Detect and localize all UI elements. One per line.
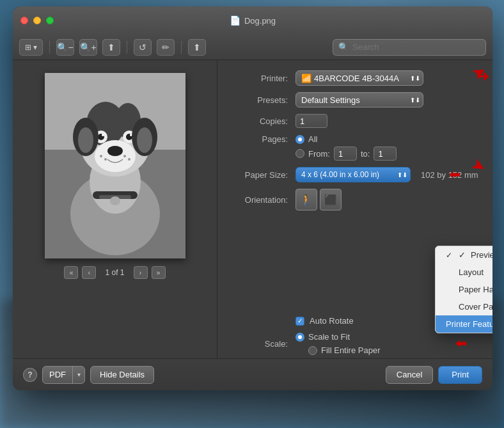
auto-rotate-checkbox-row: ✓ Auto Rotate bbox=[295, 316, 354, 326]
presets-row: Presets: Default Settings ⬆⬇ bbox=[230, 92, 480, 107]
presets-select-wrapper: Default Settings ⬆⬇ bbox=[295, 92, 480, 107]
fit-button[interactable]: ⬆ bbox=[102, 39, 120, 56]
pages-from-radio[interactable] bbox=[295, 149, 304, 158]
dropdown-item-layout[interactable]: Layout bbox=[436, 264, 492, 281]
zoom-out-button[interactable]: 🔍− bbox=[56, 39, 74, 56]
maximize-button[interactable] bbox=[46, 17, 54, 24]
pages-row: Pages: All From: to: bbox=[230, 134, 480, 161]
file-icon: 📄 bbox=[230, 15, 240, 26]
print-window: 📄 Dog.png ⊞ ▾ 🔍− 🔍+ ⬆ ↺ ✏ ⬆ bbox=[13, 6, 492, 390]
presets-value: Default Settings bbox=[301, 95, 360, 105]
cover-page-label: Cover Page bbox=[459, 302, 492, 312]
share-button[interactable]: ⬆ bbox=[188, 39, 206, 56]
main-content: « ‹ 1 of 1 › » Printer: bbox=[13, 60, 492, 358]
landscape-icon: ⬛ bbox=[324, 194, 337, 206]
orientation-row: Orientation: 🚶 ⬛ bbox=[230, 189, 480, 210]
pages-from-input[interactable] bbox=[334, 147, 357, 161]
fill-paper-radio[interactable] bbox=[308, 346, 317, 355]
hide-details-label: Hide Details bbox=[100, 370, 145, 379]
pages-all-label: All bbox=[308, 134, 317, 144]
dropdown-item-cover-page[interactable]: Cover Page bbox=[436, 298, 492, 315]
presets-control: Default Settings ⬆⬇ bbox=[295, 92, 480, 107]
pages-all-row: Pages: All bbox=[230, 134, 480, 144]
copies-input[interactable] bbox=[295, 114, 327, 128]
prev-page-button[interactable]: ‹ bbox=[82, 266, 96, 279]
minimize-button[interactable] bbox=[33, 17, 41, 24]
last-page-icon: » bbox=[157, 269, 161, 276]
dropdown-menu: ✓ Preview Layout Paper Handling Cover Pa… bbox=[435, 246, 492, 333]
first-page-icon: « bbox=[70, 269, 74, 276]
paper-size-control: 4 x 6 (4.00 in x 6.00 in) ⬆⬇ 102 by 152 … bbox=[295, 167, 480, 182]
print-button[interactable]: Print bbox=[438, 366, 482, 384]
printer-select-wrapper: 📶 4BARCODE 4B-3044A ⬆⬇ bbox=[295, 70, 480, 86]
scale-to-fit-radio[interactable] bbox=[295, 333, 304, 342]
auto-rotate-label: Auto Rotate bbox=[310, 316, 354, 326]
toolbar-separator-2 bbox=[127, 41, 127, 54]
scale-to-fit-label: Scale to Fit bbox=[308, 332, 350, 342]
pdf-label: PDF bbox=[43, 367, 73, 383]
pages-label: Pages: bbox=[230, 134, 288, 144]
printer-features-label: Printer Features bbox=[446, 319, 492, 329]
pages-to-input[interactable] bbox=[374, 147, 397, 161]
paper-size-select-wrapper: 4 x 6 (4.00 in x 6.00 in) ⬆⬇ bbox=[295, 167, 411, 182]
dropdown-item-paper-handling[interactable]: Paper Handling bbox=[436, 281, 492, 298]
hide-details-button[interactable]: Hide Details bbox=[90, 366, 154, 384]
pages-all-radio[interactable] bbox=[295, 135, 304, 144]
svg-point-24 bbox=[104, 158, 107, 161]
dog-preview-image bbox=[45, 73, 185, 258]
orientation-control: 🚶 ⬛ bbox=[295, 189, 480, 210]
toolbar-separator-1 bbox=[49, 41, 50, 54]
zoom-out-icon: 🔍− bbox=[57, 42, 73, 52]
paper-size-label: Paper Size: bbox=[230, 170, 288, 180]
printer-value: 4BARCODE 4B-3044A bbox=[314, 74, 399, 83]
pdf-dropdown-button[interactable]: ▾ bbox=[73, 367, 84, 383]
portrait-icon: 🚶 bbox=[300, 194, 313, 206]
toolbar: ⊞ ▾ 🔍− 🔍+ ⬆ ↺ ✏ ⬆ 🔍 bbox=[13, 35, 492, 60]
last-page-button[interactable]: » bbox=[152, 266, 166, 279]
paper-size-arrow: ⬆⬇ bbox=[397, 171, 407, 178]
window-controls bbox=[20, 17, 54, 24]
prev-page-icon: ‹ bbox=[88, 269, 90, 276]
print-label: Print bbox=[452, 370, 469, 379]
search-input[interactable] bbox=[352, 42, 480, 52]
first-page-button[interactable]: « bbox=[64, 266, 78, 279]
dropdown-item-preview[interactable]: ✓ Preview bbox=[436, 246, 492, 264]
scale-control: Scale to Fit Fill Entire Paper bbox=[295, 332, 380, 355]
paper-size-select[interactable]: 4 x 6 (4.00 in x 6.00 in) ⬆⬇ bbox=[295, 167, 411, 182]
zoom-in-button[interactable]: 🔍+ bbox=[79, 39, 97, 56]
orientation-label: Orientation: bbox=[230, 195, 288, 205]
help-icon: ? bbox=[28, 370, 32, 379]
svg-point-21 bbox=[78, 127, 93, 153]
markup-button[interactable]: ✏ bbox=[157, 39, 175, 56]
rotate-button[interactable]: ↺ bbox=[134, 39, 152, 56]
printer-select[interactable]: 📶 4BARCODE 4B-3044A ⬆⬇ bbox=[295, 70, 423, 86]
page-indicator: 1 of 1 bbox=[100, 268, 129, 277]
help-button[interactable]: ? bbox=[23, 368, 37, 382]
presets-select[interactable]: Default Settings ⬆⬇ bbox=[295, 92, 423, 107]
preview-label: Preview bbox=[471, 250, 492, 260]
sidebar-toggle-button[interactable]: ⊞ ▾ bbox=[19, 39, 43, 56]
scale-label: Scale: bbox=[230, 339, 288, 349]
dropdown-item-printer-features[interactable]: Printer Features bbox=[436, 315, 492, 333]
preview-image-container bbox=[45, 73, 185, 258]
presets-dropdown-arrow: ⬆⬇ bbox=[410, 97, 420, 104]
pages-all-radio-row: All bbox=[295, 134, 317, 144]
close-button[interactable] bbox=[20, 17, 28, 24]
preview-nav: « ‹ 1 of 1 › » bbox=[64, 266, 165, 279]
fit-icon: ⬆ bbox=[107, 42, 115, 52]
fill-paper-label: Fill Entire Paper bbox=[321, 345, 380, 355]
next-page-button[interactable]: › bbox=[134, 266, 148, 279]
paper-size-row: Paper Size: 4 x 6 (4.00 in x 6.00 in) ⬆⬇… bbox=[230, 167, 480, 182]
landscape-button[interactable]: ⬛ bbox=[320, 189, 342, 210]
printer-wifi-icon: 📶 bbox=[301, 74, 311, 83]
printer-dropdown-arrow: ⬆⬇ bbox=[410, 75, 420, 82]
layout-label: Layout bbox=[459, 267, 484, 277]
markup-icon: ✏ bbox=[162, 42, 169, 52]
svg-point-22 bbox=[137, 127, 152, 153]
red-arrow-scale: ⬅ bbox=[455, 335, 467, 352]
cancel-button[interactable]: Cancel bbox=[386, 366, 433, 384]
auto-rotate-checkbox[interactable]: ✓ bbox=[295, 317, 304, 326]
portrait-button[interactable]: 🚶 bbox=[295, 189, 317, 210]
svg-point-17 bbox=[102, 134, 104, 136]
presets-label: Presets: bbox=[230, 95, 288, 105]
